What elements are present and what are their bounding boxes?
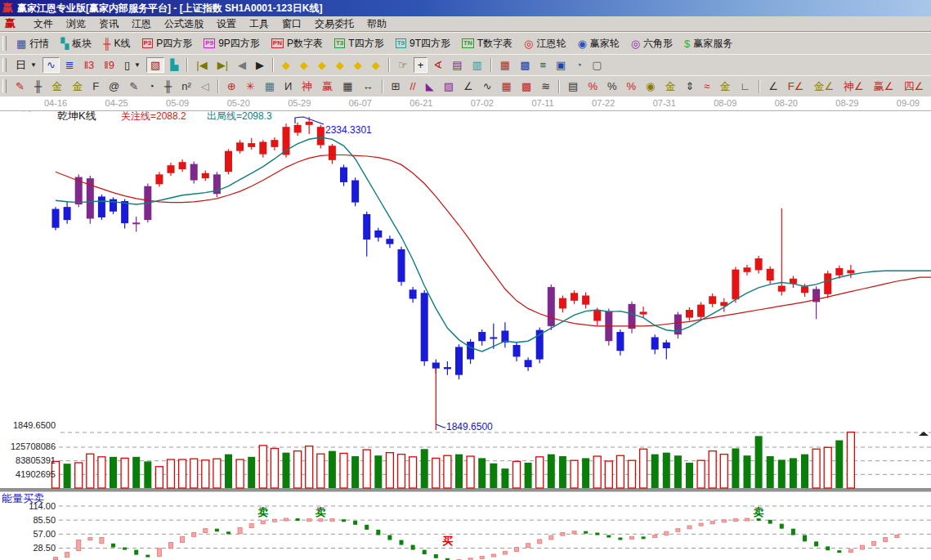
volume-bar[interactable]	[513, 461, 521, 488]
candle-body[interactable]	[513, 345, 521, 356]
tool-zoom-reset[interactable]: ◆	[332, 57, 348, 73]
candle-body[interactable]	[179, 162, 186, 169]
candle-body[interactable]	[801, 286, 808, 293]
volume-bar[interactable]	[432, 458, 440, 488]
candle-body[interactable]	[236, 142, 244, 150]
volume-bar[interactable]	[536, 457, 544, 488]
toolbar-button-gann-wheel[interactable]: ◎江恩轮	[519, 37, 571, 51]
volume-bar[interactable]	[640, 449, 647, 488]
candle-body[interactable]	[571, 293, 578, 301]
candle-body[interactable]	[294, 125, 302, 133]
candle-body[interactable]	[697, 305, 705, 317]
volume-bar[interactable]	[190, 459, 198, 488]
volume-bar[interactable]	[593, 456, 601, 488]
candle-type-dropdown-icon[interactable]: ▼	[134, 62, 141, 69]
toolbar-button-winner-wheel[interactable]: ◉赢家轮	[572, 37, 624, 51]
tool-mirror[interactable]: ◁	[197, 78, 213, 94]
tool-angle-tool[interactable]: ∠	[459, 78, 477, 94]
candle-body[interactable]	[778, 286, 786, 292]
candle-body[interactable]	[248, 143, 255, 147]
candle-body[interactable]	[824, 273, 831, 293]
volume-bar[interactable]	[144, 461, 151, 488]
volume-bar[interactable]	[121, 458, 128, 488]
menu-item-设置[interactable]: 设置	[210, 18, 243, 29]
volume-bar[interactable]	[132, 457, 140, 488]
tool-crosshair-tool[interactable]: +	[414, 57, 428, 73]
toolbar-button-p-square[interactable]: P3P四方形	[137, 37, 198, 50]
volume-bar[interactable]	[340, 453, 347, 488]
tool-zoom-out[interactable]: ◆	[368, 57, 384, 73]
candle-body[interactable]	[455, 347, 463, 374]
tool-remote[interactable]: ▢	[588, 57, 606, 73]
volume-bar[interactable]	[225, 455, 232, 488]
volume-bar[interactable]	[329, 451, 336, 488]
tool-kline-9[interactable]: ‖9	[100, 57, 119, 73]
candle-body[interactable]	[363, 214, 370, 240]
candle-body[interactable]	[271, 140, 278, 147]
toolbar-button-t-number-table[interactable]: TNT数字表	[457, 37, 517, 50]
volume-bar[interactable]	[259, 446, 266, 488]
volume-bar[interactable]	[548, 455, 555, 488]
candle-body[interactable]	[582, 295, 589, 304]
volume-bar[interactable]	[651, 455, 659, 488]
tool-purple-zone[interactable]: ▤	[448, 57, 466, 73]
tool-qiankun-toggle[interactable]: ▧	[146, 57, 164, 73]
tool-percent-tri[interactable]: %	[584, 78, 602, 94]
tool-period-day[interactable]: 日▼	[11, 57, 41, 73]
volume-bar[interactable]	[421, 449, 428, 488]
tool-volume-profile[interactable]: ▙	[166, 57, 182, 73]
tool-compress-left[interactable]: ◆	[278, 57, 294, 73]
candle-body[interactable]	[259, 142, 266, 155]
volume-bar[interactable]	[835, 441, 843, 488]
tool-updown-pencil[interactable]: ⇕	[681, 78, 698, 94]
candle-body[interactable]	[398, 249, 405, 282]
candle-body[interactable]	[490, 337, 497, 338]
tool-right-angle[interactable]: ∟	[736, 78, 754, 94]
volume-bar[interactable]	[801, 455, 808, 488]
tool-fan-red[interactable]: ✳	[242, 78, 259, 94]
menu-item-江恩[interactable]: 江恩	[125, 18, 158, 29]
tool-fib-lines[interactable]: F	[88, 78, 103, 94]
candle-body[interactable]	[421, 293, 428, 361]
tool-span-measure[interactable]: ↔	[359, 78, 378, 94]
volume-bar[interactable]	[847, 432, 854, 488]
candle-body[interactable]	[64, 207, 71, 220]
tool-web-grid[interactable]: ▦	[261, 78, 279, 94]
volume-bar[interactable]	[582, 458, 589, 488]
candle-body[interactable]	[202, 173, 209, 178]
candle-body[interactable]	[351, 181, 359, 203]
volume-bar[interactable]	[455, 455, 463, 488]
tool-parallel[interactable]: ≋	[537, 78, 554, 94]
volume-bar[interactable]	[755, 436, 763, 488]
candle-body[interactable]	[467, 342, 474, 360]
volume-bar[interactable]	[478, 458, 486, 488]
candle-body[interactable]	[559, 298, 566, 309]
menu-item-公式选股[interactable]: 公式选股	[158, 18, 210, 29]
menu-item-浏览[interactable]: 浏览	[60, 18, 92, 29]
tool-price-grid[interactable]: ▦	[338, 78, 356, 94]
period-day-dropdown-icon[interactable]: ▼	[30, 62, 37, 69]
tool-corner-purple[interactable]: ◣	[422, 78, 438, 94]
volume-bar[interactable]	[317, 454, 325, 488]
tool-speed-fan[interactable]: //	[405, 78, 419, 94]
candle-body[interactable]	[525, 360, 532, 367]
tool-trend-wave[interactable]: ∿	[43, 57, 60, 73]
candle-body[interactable]	[767, 269, 774, 280]
tool-spiral[interactable]: @	[105, 78, 123, 94]
volume-bar[interactable]	[386, 453, 393, 488]
tool-grid-red[interactable]: ▦	[498, 78, 516, 94]
title-bar[interactable]: 赢 赢家江恩专业版[赢家内部服务平台] - [上证指数 SH1A0001-123…	[0, 0, 931, 16]
candle-body[interactable]	[340, 168, 347, 182]
volume-bar[interactable]	[744, 455, 751, 488]
toolbar-grip[interactable]	[2, 36, 7, 51]
volume-bar[interactable]	[629, 460, 636, 488]
volume-bar[interactable]	[374, 455, 382, 488]
volume-bar[interactable]	[398, 455, 405, 488]
tool-next-bar[interactable]: ▶	[252, 57, 268, 73]
tool-candle-type[interactable]: ▯▼	[120, 57, 145, 73]
volume-bar[interactable]	[812, 449, 820, 488]
toolbar-button-kline[interactable]: ╫K线	[98, 37, 135, 51]
tool-compress-right[interactable]: ◆	[296, 57, 312, 73]
tool-gann-scale[interactable]: ╫	[30, 78, 46, 94]
volume-bar[interactable]	[110, 457, 117, 488]
